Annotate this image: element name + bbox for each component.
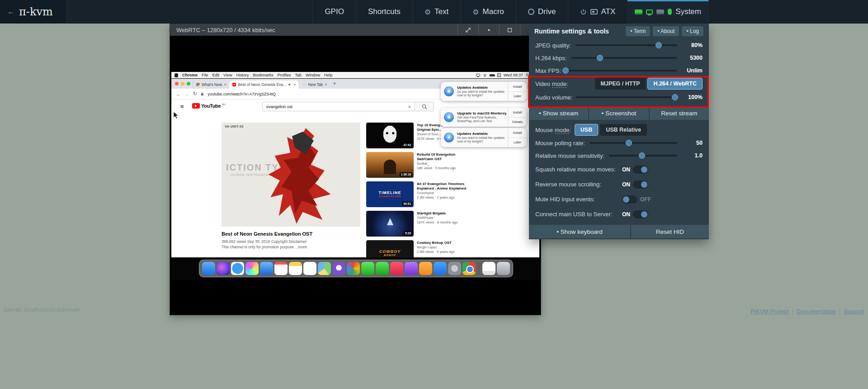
- mouse-polling-slider[interactable]: [590, 142, 677, 144]
- support-link[interactable]: Support: [844, 308, 864, 315]
- video-meta-line2[interactable]: This channel is only for promotion purpo…: [222, 245, 307, 249]
- dock-app-store-icon[interactable]: [434, 262, 447, 275]
- show-keyboard-button[interactable]: • Show keyboard: [529, 225, 630, 238]
- mouse-sensitivity-slider[interactable]: [609, 155, 677, 157]
- slider-knob[interactable]: [656, 42, 662, 48]
- suggested-video-3[interactable]: TIMELINE EVANGELION 53:51 All 37 Evangel…: [366, 181, 525, 209]
- back-icon[interactable]: ←: [176, 91, 181, 97]
- menubar-item-profiles[interactable]: Profiles: [277, 73, 291, 77]
- notification-later-button[interactable]: Later: [508, 92, 527, 101]
- menubar-item-history[interactable]: History: [236, 73, 249, 77]
- stream-resize-button[interactable]: [458, 24, 478, 36]
- dock-facetime-icon[interactable]: [376, 262, 389, 275]
- dock-chrome-icon[interactable]: [462, 262, 476, 275]
- dock-safari-icon[interactable]: [231, 262, 244, 275]
- dock-notes-icon[interactable]: [289, 262, 302, 275]
- squash-moves-toggle[interactable]: ON: [622, 166, 648, 174]
- remote-desktop[interactable]: Chrome File Edit View History Bookmarks …: [171, 72, 539, 280]
- clear-search-icon[interactable]: ×: [405, 104, 415, 109]
- stream-titlebar[interactable]: WebRTC – 1280x720 / 4334 kbits/sec: [170, 24, 541, 36]
- menubar-item-help[interactable]: Help: [324, 73, 333, 77]
- slider-knob[interactable]: [562, 67, 569, 74]
- dock-siri-icon[interactable]: [217, 262, 230, 275]
- notification-later-button[interactable]: Later: [508, 138, 527, 147]
- mouse-mode-usb-button[interactable]: USB: [575, 124, 598, 136]
- slider-knob[interactable]: [672, 94, 678, 100]
- connect-usb-toggle[interactable]: ON: [622, 210, 648, 218]
- youtube-logo[interactable]: YouTube RU: [192, 103, 226, 109]
- reverse-scrolling-toggle[interactable]: ON: [622, 180, 648, 189]
- about-button[interactable]: • About: [653, 26, 679, 36]
- hamburger-icon[interactable]: ≡: [180, 103, 184, 110]
- menu-macro[interactable]: ⚙Macro: [460, 0, 516, 24]
- dock-trash-icon[interactable]: [497, 262, 510, 275]
- home-link[interactable]: ← π-kvm: [0, 0, 67, 24]
- menubar-item-window[interactable]: Window: [306, 73, 320, 77]
- display-mirroring-icon[interactable]: [476, 74, 480, 77]
- notification-install-button[interactable]: Install: [508, 108, 527, 118]
- menu-text[interactable]: ⚙Text: [412, 0, 461, 24]
- tab-audio-icon[interactable]: [288, 83, 292, 86]
- notification-details-button[interactable]: Details: [508, 118, 527, 127]
- slider-knob[interactable]: [626, 140, 632, 146]
- log-button[interactable]: • Log: [682, 26, 703, 36]
- reload-icon[interactable]: ↻: [193, 91, 197, 97]
- input-source-icon[interactable]: A: [497, 73, 501, 77]
- menu-drive[interactable]: Drive: [516, 0, 568, 24]
- dock-books-icon[interactable]: [419, 262, 432, 275]
- stream-fullscreen-button[interactable]: [499, 24, 520, 36]
- address-bar[interactable]: youtube.com/watch?v=A7zVgSZS4tQ: [208, 92, 276, 96]
- menubar-clock[interactable]: Wed 09:37: [504, 73, 523, 77]
- battery-icon[interactable]: [490, 74, 495, 76]
- video-player[interactable]: VA UNIT-02 ICTION TYPE · HUMAN INSTRUMEN…: [222, 123, 360, 227]
- menu-gpio[interactable]: GPIO: [312, 0, 356, 24]
- tab-whats-new[interactable]: What's New ×: [193, 81, 229, 89]
- notification-install-button[interactable]: Install: [508, 128, 527, 138]
- dock-textedit-icon[interactable]: [482, 262, 495, 275]
- tab-new-tab[interactable]: New Tab ×: [299, 81, 330, 89]
- apple-menu-icon[interactable]: [175, 73, 178, 77]
- dock-photos-icon[interactable]: [245, 262, 259, 275]
- new-tab-button[interactable]: +: [333, 81, 336, 87]
- h264-kbps-slider[interactable]: [571, 57, 677, 59]
- traffic-zoom-icon[interactable]: [187, 82, 190, 85]
- forward-icon[interactable]: →: [184, 91, 189, 97]
- search-query[interactable]: evangelion ost: [263, 104, 405, 109]
- menubar-item-file[interactable]: File: [202, 73, 208, 77]
- notification-install-button[interactable]: Install: [508, 82, 527, 92]
- pikvm-project-link[interactable]: PiKVM Project: [750, 308, 788, 315]
- search-button[interactable]: [415, 102, 434, 111]
- notification-updates-available-1[interactable]: Updates Available Do you want to install…: [441, 82, 527, 101]
- menu-system[interactable]: System: [627, 0, 709, 24]
- youtube-search-box[interactable]: evangelion ost ×: [262, 102, 434, 111]
- suggested-video-4[interactable]: 5:29 Starlight Brigade TWRPtube 187K vie…: [366, 211, 525, 238]
- dock-maps-icon[interactable]: [318, 262, 331, 275]
- show-stream-button[interactable]: • Show stream: [529, 106, 588, 120]
- dock-reminders-icon[interactable]: [303, 262, 316, 275]
- tab-video[interactable]: Best of Neon Genesis Eva... ×: [229, 81, 299, 89]
- menubar-item-view[interactable]: View: [223, 73, 232, 77]
- screenshot-button[interactable]: • Screenshot: [589, 106, 648, 120]
- max-fps-slider[interactable]: [566, 70, 677, 71]
- tab-close-icon[interactable]: ×: [293, 82, 296, 87]
- tab-close-icon[interactable]: ×: [325, 82, 327, 87]
- dock-finder-icon[interactable]: [202, 262, 215, 275]
- dock-photo-booth-icon[interactable]: [332, 262, 345, 275]
- suggested-video-2[interactable]: 1:36:18 Rebuild Of Evangelion Sad/Calm O…: [366, 152, 525, 179]
- video-mode-h264-button[interactable]: H.264 / WebRTC: [647, 78, 703, 90]
- stream-viewport[interactable]: Chrome File Edit View History Bookmarks …: [170, 36, 541, 315]
- reset-hid-button[interactable]: Reset HID: [631, 225, 709, 238]
- reset-stream-button[interactable]: Reset stream: [650, 106, 709, 120]
- menubar-item-chrome[interactable]: Chrome: [182, 73, 198, 77]
- stream-shrink-button[interactable]: [478, 24, 499, 36]
- dock-color-wheel-icon[interactable]: [347, 262, 360, 275]
- menubar-item-bookmarks[interactable]: Bookmarks: [253, 73, 273, 77]
- suggested-video-5[interactable]: COWBOY BEBOP Cowboy Bebop OST Sergio Lóp…: [366, 240, 525, 257]
- dock-messages-icon[interactable]: [361, 262, 374, 275]
- traffic-close-icon[interactable]: [175, 82, 179, 85]
- tab-close-icon[interactable]: ×: [224, 82, 226, 87]
- dock-system-preferences-icon[interactable]: [448, 262, 461, 275]
- video-mode-mjpeg-button[interactable]: MJPEG / HTTP: [595, 78, 646, 90]
- menu-shortcuts[interactable]: Shortcuts: [356, 0, 412, 24]
- mouse-mode-usb-relative-button[interactable]: USB Relative: [600, 124, 647, 136]
